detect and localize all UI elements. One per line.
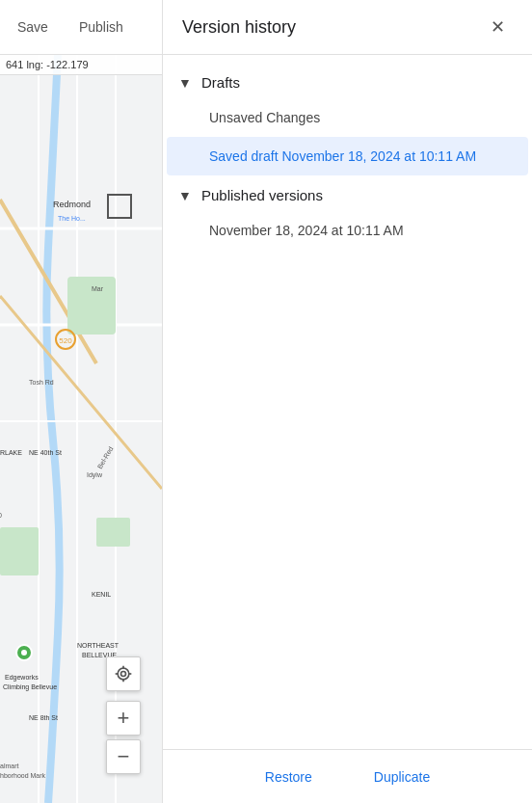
svg-text:Climbing Bellevue: Climbing Bellevue xyxy=(3,683,57,691)
svg-text:RLAKE: RLAKE xyxy=(0,449,22,456)
saved-draft-item[interactable]: Saved draft November 18, 2024 at 10:11 A… xyxy=(167,137,528,175)
svg-text:almart: almart xyxy=(0,763,19,769)
duplicate-button[interactable]: Duplicate xyxy=(362,762,441,792)
svg-text:NE 40th St: NE 40th St xyxy=(29,449,62,456)
svg-rect-11 xyxy=(96,518,130,547)
svg-text:KENIL: KENIL xyxy=(92,591,111,598)
svg-text:The Ho...: The Ho... xyxy=(58,215,86,222)
restore-button[interactable]: Restore xyxy=(253,762,324,792)
svg-text:NORTHEAST: NORTHEAST xyxy=(77,642,120,649)
svg-text:NE 8th St: NE 8th St xyxy=(29,714,58,721)
version-history-panel: Version history ✕ ▼ Drafts Unsaved Chang… xyxy=(162,0,532,803)
svg-point-38 xyxy=(121,672,126,677)
svg-point-43 xyxy=(118,668,129,680)
panel-header: Version history ✕ xyxy=(163,0,532,55)
svg-text:Redmond: Redmond xyxy=(53,200,91,209)
map-controls: + − xyxy=(106,656,141,774)
published-arrow: ▼ xyxy=(178,188,194,203)
zoom-in-button[interactable]: + xyxy=(106,701,141,736)
svg-rect-10 xyxy=(0,527,39,575)
panel-content: ▼ Drafts Unsaved Changes Saved draft Nov… xyxy=(163,55,532,749)
svg-point-15 xyxy=(21,650,27,656)
map-coordinates: 641 lng: -122.179 xyxy=(0,55,162,75)
toolbar: Save Publish xyxy=(0,0,162,55)
drafts-section-header[interactable]: ▼ Drafts xyxy=(163,63,532,98)
svg-text:Mar: Mar xyxy=(92,285,104,292)
close-button[interactable]: ✕ xyxy=(482,12,513,42)
publish-button[interactable]: Publish xyxy=(71,15,131,39)
svg-text:Edgeworks: Edgeworks xyxy=(5,674,39,682)
locate-button[interactable] xyxy=(106,656,141,691)
drafts-section-title: Drafts xyxy=(201,74,240,91)
published-section-header[interactable]: ▼ Published versions xyxy=(163,175,532,211)
drafts-arrow: ▼ xyxy=(178,75,194,91)
save-button[interactable]: Save xyxy=(10,15,56,39)
svg-text:Idylw: Idylw xyxy=(87,471,103,479)
svg-text:520: 520 xyxy=(59,336,72,345)
svg-text:Tosh Rd: Tosh Rd xyxy=(29,379,54,386)
published-version-item[interactable]: November 18, 2024 at 10:11 AM xyxy=(167,211,528,250)
unsaved-changes-item[interactable]: Unsaved Changes xyxy=(167,98,528,137)
svg-text:hborhood Mark: hborhood Mark xyxy=(0,772,46,779)
panel-title: Version history xyxy=(182,17,296,38)
svg-text:0: 0 xyxy=(0,512,2,519)
panel-footer: Restore Duplicate xyxy=(163,749,532,803)
zoom-out-button[interactable]: − xyxy=(106,739,141,774)
published-section-title: Published versions xyxy=(201,187,323,203)
